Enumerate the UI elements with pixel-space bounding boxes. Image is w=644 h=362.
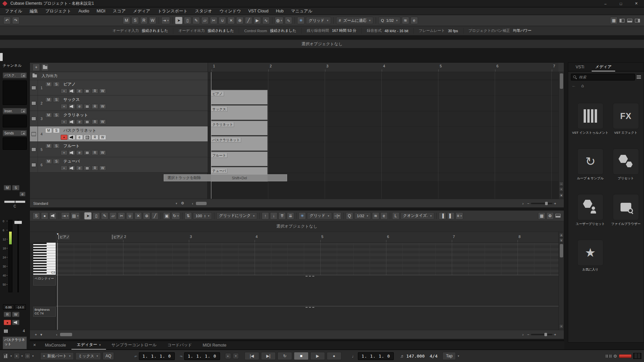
timeline-vscrollbar[interactable]: − + ▾: [558, 72, 564, 199]
tap-tempo-button[interactable]: Tap: [442, 352, 456, 360]
track-name[interactable]: テューバ: [63, 159, 80, 164]
tile-vst-effects[interactable]: FX VST エフェクト: [608, 103, 644, 135]
menu-item[interactable]: Hub: [272, 7, 287, 15]
scroll-down-icon[interactable]: ∨: [559, 238, 564, 242]
track-monitor-button[interactable]: [68, 166, 75, 171]
controller-handle-dashes[interactable]: [306, 307, 314, 308]
track-row[interactable]: 1 M S ピアノ ● e: [30, 80, 208, 96]
left-locator-display[interactable]: 1. 1. 1. 0: [139, 352, 175, 360]
track-mute-button[interactable]: M: [45, 97, 52, 102]
glue-tool[interactable]: ∪: [219, 17, 226, 24]
menu-item[interactable]: ウィンドウ: [216, 7, 245, 15]
zoom-in-button[interactable]: +: [552, 200, 558, 206]
goto-start-button[interactable]: |◀: [245, 352, 259, 360]
display-mode-button[interactable]: ▤ ▾: [71, 212, 80, 220]
track-edit-button[interactable]: e: [76, 104, 83, 109]
loops-samples-icon[interactable]: ↻: [577, 148, 603, 175]
tile-favorites[interactable]: ★ お気に入り: [573, 240, 608, 272]
track-instrument-button[interactable]: [84, 88, 91, 94]
track-scale-caret[interactable]: ▾: [176, 202, 177, 205]
channel-mute-button[interactable]: M: [4, 185, 11, 190]
maximize-button[interactable]: □: [613, 0, 629, 7]
quantize-dropdown[interactable]: Q1/32▾: [378, 17, 400, 24]
volume-fader[interactable]: [14, 221, 22, 224]
track-record-button[interactable]: ●: [61, 135, 67, 140]
editor-record-button[interactable]: ●: [41, 212, 48, 220]
chevron-down-icon[interactable]: ▾: [458, 354, 459, 358]
results-list-icon[interactable]: [637, 75, 641, 79]
transpose-up-button[interactable]: ↑: [262, 212, 269, 220]
track-mute-button[interactable]: M: [45, 82, 52, 87]
editor-zoom-in-button[interactable]: +: [552, 331, 558, 338]
channel-record-button[interactable]: ●: [4, 320, 11, 325]
zoom-out-button[interactable]: −: [526, 200, 531, 206]
part-list-button[interactable]: ≡ ▾: [455, 212, 463, 220]
file-browser-icon[interactable]: [613, 194, 639, 220]
part-border-right-icon[interactable]: ▌: [447, 212, 454, 220]
audio-activity-button[interactable]: [3, 353, 9, 359]
track-row[interactable]: 2 M S サックス ● e: [30, 96, 208, 111]
independent-loop-button[interactable]: ↻ ▾: [171, 212, 180, 220]
hscroll-left-button[interactable]: ‹: [190, 200, 195, 206]
record-button[interactable]: ●: [327, 352, 341, 360]
peak-value[interactable]: -14.0: [15, 304, 26, 310]
insert-velocity-spinner[interactable]: 100▴▾▾: [193, 212, 212, 220]
track-solo-button[interactable]: S: [53, 159, 60, 164]
play-button[interactable]: ▶: [310, 352, 325, 360]
track-edit-button[interactable]: e: [76, 119, 83, 124]
right-locator-display[interactable]: 1. 1. 1. 0: [184, 352, 220, 360]
line-tool[interactable]: ╱: [245, 17, 252, 24]
cc74-lane[interactable]: [56, 306, 558, 330]
channel-read-button[interactable]: R: [4, 312, 11, 317]
erase-tool[interactable]: ▱: [109, 212, 117, 220]
timeline-empty-area[interactable]: [208, 181, 558, 199]
track-instrument-button[interactable]: [84, 135, 91, 140]
select-tool[interactable]: ➤: [84, 212, 92, 220]
track-solo-button[interactable]: S: [53, 82, 60, 87]
tab-sampler-control[interactable]: サンプラーコントロール: [106, 341, 162, 350]
favorites-star-icon[interactable]: ★: [577, 240, 603, 266]
settings-gear-icon[interactable]: ⚙: [613, 354, 617, 359]
zoom-slider-thumb[interactable]: [545, 202, 548, 205]
auto-quantize-button[interactable]: AQ: [103, 352, 114, 360]
snap-button[interactable]: ✳: [297, 17, 305, 24]
inserts-slots-box[interactable]: [3, 115, 27, 127]
left-zone-toggle[interactable]: [620, 19, 625, 22]
home-icon[interactable]: ⌂: [581, 83, 584, 88]
midi-clip[interactable]: ピアノ: [211, 90, 268, 105]
quantize-preset-dropdown[interactable]: クオンタイズ.▾: [400, 212, 434, 220]
track-settings-gear-icon[interactable]: ⚙: [180, 200, 185, 206]
track-read-button[interactable]: R: [92, 104, 98, 109]
track-read-button[interactable]: R: [92, 135, 98, 140]
track-write-button[interactable]: W: [99, 135, 106, 140]
tile-user-presets[interactable]: ユーザープリセット: [573, 194, 608, 226]
editor-cursor-handle[interactable]: ▼: [56, 233, 59, 236]
piano-keyboard[interactable]: C3: [33, 243, 56, 275]
editor-ruler[interactable]: ピアノ ピアノ 2345678 ▼: [56, 232, 558, 243]
menu-item[interactable]: メディア: [129, 7, 154, 15]
editor-zoom-slider[interactable]: [531, 334, 552, 335]
menu-item[interactable]: MIDI: [93, 7, 109, 15]
menu-item[interactable]: VST Cloud: [245, 7, 272, 15]
zoom-v-in-button[interactable]: +: [559, 187, 564, 191]
track-mute-button[interactable]: M: [45, 128, 52, 133]
presets-icon[interactable]: [613, 148, 639, 175]
use-track-preset-button[interactable]: [41, 64, 49, 71]
editor-quantize-panel-button[interactable]: e: [380, 212, 388, 220]
lower-zone-toggle[interactable]: [627, 19, 632, 22]
curve-tool-button[interactable]: ∿: [285, 17, 292, 24]
comp-tool-button[interactable]: ◍ ▾: [275, 17, 283, 24]
length-q-button[interactable]: L: [392, 212, 399, 220]
editor-quantize-dropdown[interactable]: 1/32▾: [354, 212, 371, 220]
left-zone-handle[interactable]: [0, 53, 3, 61]
track-record-button[interactable]: ●: [61, 166, 67, 171]
right-locator-icon[interactable]: ¬: [180, 354, 182, 359]
channel-write-button[interactable]: W: [12, 312, 19, 317]
hscroll-right-button[interactable]: ›: [520, 200, 526, 206]
cycle-button[interactable]: ↻: [277, 352, 292, 360]
track-mute-button[interactable]: M: [45, 159, 52, 164]
zoom-preset-button[interactable]: ▾: [559, 193, 564, 197]
editor-workspace-icon[interactable]: ▦: [538, 212, 545, 220]
midi-clip[interactable]: サックス: [211, 105, 268, 120]
channel-monitor-button[interactable]: [12, 320, 19, 325]
